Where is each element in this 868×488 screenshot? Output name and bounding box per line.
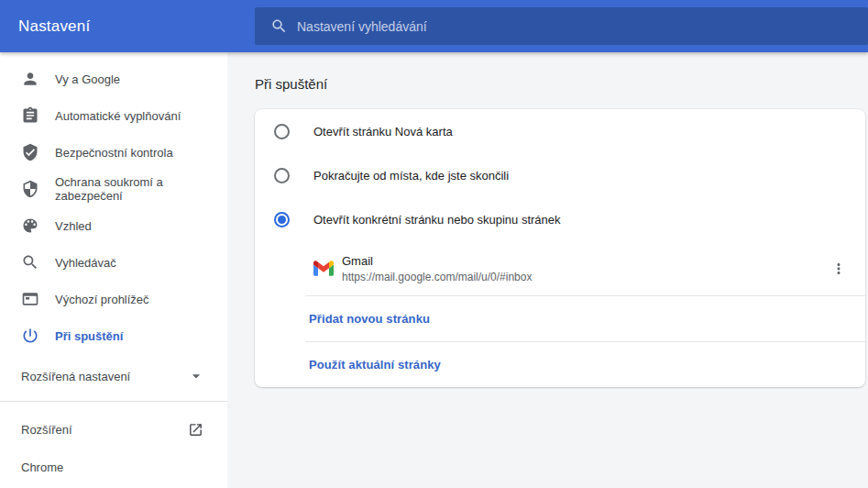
startup-page-info: Gmail https://mail.google.com/mail/u/0/#…	[342, 254, 532, 283]
more-vert-icon	[830, 261, 847, 277]
sidebar-item-safety-check[interactable]: Bezpečnostní kontrola	[0, 134, 227, 171]
sidebar-item-autofill[interactable]: Automatické vyplňování	[0, 97, 227, 134]
sidebar-item-label: Automatické vyplňování	[55, 109, 181, 123]
person-icon	[21, 70, 39, 88]
use-current-pages-label: Použít aktuální stránky	[309, 358, 441, 372]
sidebar-item-default-browser[interactable]: Výchozí prohlížeč	[0, 281, 227, 317]
advanced-settings-label: Rozšířená nastavení	[21, 370, 130, 383]
browser-window-icon	[21, 290, 39, 308]
sidebar-item-you-and-google[interactable]: Vy a Google	[0, 61, 227, 97]
option-label: Otevřít konkrétní stránku nebo skupinu s…	[313, 213, 561, 227]
settings-search-bar[interactable]	[255, 7, 868, 45]
sidebar-item-privacy[interactable]: Ochrana soukromí a zabezpečení	[0, 171, 227, 207]
sidebar-item-label: Bezpečnostní kontrola	[55, 146, 173, 160]
sidebar-item-label: Vzhled	[55, 219, 92, 233]
sidebar-advanced-settings[interactable]: Rozšířená nastavení	[0, 358, 227, 394]
power-icon	[21, 327, 39, 345]
sidebar-item-label: Vyhledávač	[55, 256, 116, 270]
radio-button-unchecked[interactable]	[274, 168, 290, 183]
search-icon	[270, 17, 288, 35]
startup-page-row: Gmail https://mail.google.com/mail/u/0/#…	[255, 241, 865, 295]
settings-sidebar: Vy a Google Automatické vyplňování Bezpe…	[0, 52, 227, 488]
chevron-down-icon	[187, 367, 205, 385]
option-open-specific-pages[interactable]: Otevřít konkrétní stránku nebo skupinu s…	[255, 197, 865, 241]
sidebar-item-on-startup[interactable]: Při spuštění	[0, 317, 227, 354]
sidebar-item-appearance[interactable]: Vzhled	[0, 207, 227, 244]
extensions-label: Rozšíření	[21, 423, 72, 437]
palette-icon	[21, 216, 39, 235]
autofill-clipboard-icon	[21, 106, 39, 125]
add-new-page-label: Přidat novou stránku	[309, 312, 430, 326]
settings-header: Nastavení	[0, 0, 868, 52]
startup-page-url: https://mail.google.com/mail/u/0/#inbox	[342, 271, 532, 283]
sidebar-divider	[0, 401, 227, 402]
option-open-new-tab[interactable]: Otevřít stránku Nová karta	[255, 109, 865, 153]
main-content: Při spuštění Otevřít stránku Nová karta …	[227, 52, 868, 488]
use-current-pages-button[interactable]: Použít aktuální stránky	[255, 342, 865, 387]
security-shield-icon	[21, 180, 39, 198]
sidebar-item-label: Při spuštění	[55, 329, 123, 343]
chrome-label: Chrome	[21, 460, 63, 474]
sidebar-item-label: Vy a Google	[55, 72, 120, 86]
section-title: Při spuštění	[255, 76, 868, 92]
search-icon	[21, 253, 39, 272]
option-continue-where-left-off[interactable]: Pokračujte od místa, kde jste skončili	[255, 153, 865, 197]
option-label: Pokračujte od místa, kde jste skončili	[313, 169, 509, 183]
startup-page-title: Gmail	[342, 254, 532, 268]
search-input[interactable]	[297, 19, 868, 34]
open-in-new-icon	[188, 422, 203, 438]
option-label: Otevřít stránku Nová karta	[313, 125, 453, 139]
sidebar-item-chrome[interactable]: Chrome	[0, 449, 227, 485]
radio-button-unchecked[interactable]	[274, 124, 290, 139]
radio-button-checked[interactable]	[274, 212, 290, 227]
gmail-icon	[313, 261, 334, 276]
sidebar-item-extensions[interactable]: Rozšíření	[0, 411, 227, 448]
sidebar-item-search-engine[interactable]: Vyhledávač	[0, 244, 227, 281]
sidebar-item-label: Výchozí prohlížeč	[55, 293, 149, 306]
add-new-page-button[interactable]: Přidat novou stránku	[255, 296, 865, 341]
sidebar-item-label: Ochrana soukromí a zabezpečení	[55, 175, 227, 203]
on-startup-card: Otevřít stránku Nová karta Pokračujte od…	[255, 109, 865, 387]
shield-check-icon	[21, 143, 39, 161]
page-title: Nastavení	[18, 17, 90, 36]
more-actions-button[interactable]	[822, 252, 855, 285]
